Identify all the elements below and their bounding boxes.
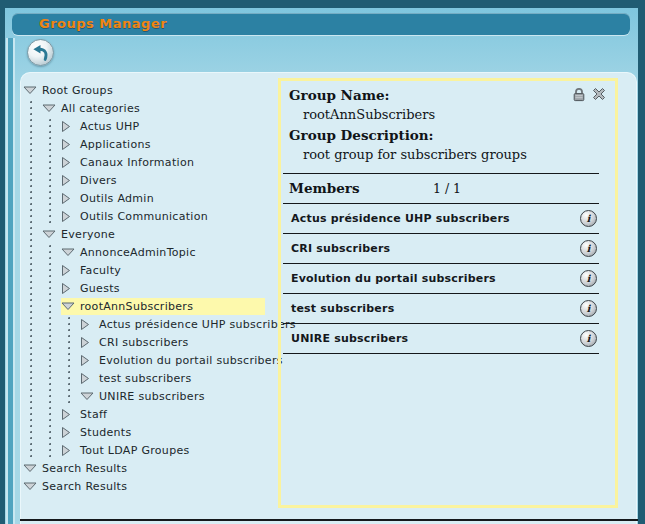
members-label: Members: [281, 180, 360, 196]
tree-item[interactable]: Canaux Information: [23, 153, 296, 171]
triangle-collapsed-icon[interactable]: [80, 372, 97, 385]
tree-guide-line: [23, 153, 42, 171]
tree-item-label: Everyone: [61, 228, 115, 241]
tree-item-label: Faculty: [80, 264, 121, 277]
groups-manager-window: Groups Manager Root GroupsAll categories…: [5, 8, 638, 524]
triangle-collapsed-icon[interactable]: [61, 138, 78, 151]
tree-guide-line: [42, 405, 61, 423]
members-list: Actus présidence UHP subscribersiCRI sub…: [283, 203, 599, 354]
member-info-icon[interactable]: i: [580, 210, 597, 227]
member-info-icon[interactable]: i: [580, 240, 597, 257]
tree-item[interactable]: Guests: [23, 279, 296, 297]
tree-item[interactable]: Tout LDAP Groupes: [23, 441, 296, 459]
tree-item[interactable]: Staff: [23, 405, 296, 423]
group-description-label: Group Description:: [281, 125, 615, 145]
triangle-collapsed-icon[interactable]: [61, 120, 78, 133]
triangle-expanded-icon[interactable]: [23, 463, 40, 473]
member-name: UNIRE subscribers: [283, 332, 408, 345]
triangle-expanded-icon[interactable]: [42, 103, 59, 113]
tree-guide-line: [61, 387, 80, 405]
triangle-expanded-icon[interactable]: [23, 481, 40, 491]
tree-guide-line: [42, 333, 61, 351]
tree-item[interactable]: AnnonceAdminTopic: [23, 243, 296, 261]
tree-item[interactable]: Everyone: [23, 225, 296, 243]
member-info-icon[interactable]: i: [580, 330, 597, 347]
triangle-collapsed-icon[interactable]: [61, 282, 78, 295]
tree-item[interactable]: Faculty: [23, 261, 296, 279]
tree-guide-line: [23, 369, 42, 387]
groups-tree: Root GroupsAll categoriesActus UHPApplic…: [23, 81, 296, 495]
tree-guide-line: [42, 423, 61, 441]
tree-item[interactable]: test subscribers: [23, 369, 296, 387]
tree-guide-line: [23, 315, 42, 333]
content-panel: Root GroupsAll categoriesActus UHPApplic…: [20, 72, 637, 524]
tree-item[interactable]: Evolution du portail subscribers: [23, 351, 296, 369]
window-left-handle: [5, 38, 16, 524]
tree-item[interactable]: Actus UHP: [23, 117, 296, 135]
tree-guide-line: [23, 171, 42, 189]
tree-guide-line: [42, 351, 61, 369]
member-info-icon[interactable]: i: [580, 300, 597, 317]
triangle-collapsed-icon[interactable]: [61, 210, 78, 223]
tree-guide-line: [42, 243, 61, 261]
triangle-expanded-icon[interactable]: [61, 247, 78, 257]
tree-item[interactable]: Search Results: [23, 477, 296, 495]
tree-item[interactable]: Divers: [23, 171, 296, 189]
tree-guide-line: [23, 279, 42, 297]
tree-item-label: Staff: [80, 408, 107, 421]
tree-guide-line: [42, 135, 61, 153]
triangle-collapsed-icon[interactable]: [61, 156, 78, 169]
member-row: Evolution du portail subscribersi: [283, 263, 599, 293]
triangle-collapsed-icon[interactable]: [61, 408, 78, 421]
tree-guide-line: [23, 351, 42, 369]
triangle-collapsed-icon[interactable]: [61, 264, 78, 277]
triangle-expanded-icon[interactable]: [61, 301, 78, 311]
lock-icon[interactable]: [572, 87, 586, 102]
triangle-collapsed-icon[interactable]: [80, 354, 97, 367]
tree-item[interactable]: All categories: [23, 99, 296, 117]
tree-guide-line: [23, 117, 42, 135]
tree-item[interactable]: Outils Communication: [23, 207, 296, 225]
triangle-collapsed-icon[interactable]: [61, 174, 78, 187]
tree-item-label: Actus présidence UHP subscribers: [99, 318, 296, 331]
tree-guide-line: [23, 297, 42, 315]
window-title: Groups Manager: [12, 13, 630, 35]
tree-item[interactable]: Outils Admin: [23, 189, 296, 207]
delete-icon[interactable]: [591, 86, 607, 102]
group-name-label: Group Name:: [289, 87, 390, 103]
tree-item-label: Evolution du portail subscribers: [99, 354, 283, 367]
tree-item-label: All categories: [61, 102, 140, 115]
tree-item-label: Tout LDAP Groupes: [80, 444, 190, 457]
tree-item[interactable]: CRI subscribers: [23, 333, 296, 351]
tree-guide-line: [23, 189, 42, 207]
triangle-collapsed-icon[interactable]: [80, 318, 97, 331]
tree-guide-line: [42, 387, 61, 405]
tree-item[interactable]: Applications: [23, 135, 296, 153]
tree-item[interactable]: Search Results: [23, 459, 296, 477]
tree-item[interactable]: Actus présidence UHP subscribers: [23, 315, 296, 333]
triangle-expanded-icon[interactable]: [23, 85, 40, 95]
tree-item[interactable]: UNIRE subscribers: [23, 387, 296, 405]
group-description-value: root group for subscribers groups: [281, 145, 615, 165]
back-button[interactable]: [27, 39, 54, 66]
triangle-collapsed-icon[interactable]: [61, 444, 78, 457]
tree-guide-line: [23, 387, 42, 405]
tree-guide-line: [61, 351, 80, 369]
triangle-collapsed-icon[interactable]: [61, 426, 78, 439]
tree-item[interactable]: rootAnnSubscribers: [23, 297, 296, 315]
tree-item-label: Guests: [80, 282, 120, 295]
triangle-expanded-icon[interactable]: [42, 229, 59, 239]
tree-item-label: Root Groups: [42, 84, 113, 97]
tree-guide-line: [42, 279, 61, 297]
member-info-icon[interactable]: i: [580, 270, 597, 287]
triangle-collapsed-icon[interactable]: [80, 336, 97, 349]
tree-guide-line: [61, 315, 80, 333]
tree-guide-line: [42, 189, 61, 207]
tree-item[interactable]: Root Groups: [23, 81, 296, 99]
tree-item[interactable]: Students: [23, 423, 296, 441]
triangle-collapsed-icon[interactable]: [61, 192, 78, 205]
tree-guide-line: [42, 153, 61, 171]
triangle-expanded-icon[interactable]: [80, 391, 97, 401]
tree-guide-line: [23, 99, 42, 117]
tree-guide-line: [61, 369, 80, 387]
